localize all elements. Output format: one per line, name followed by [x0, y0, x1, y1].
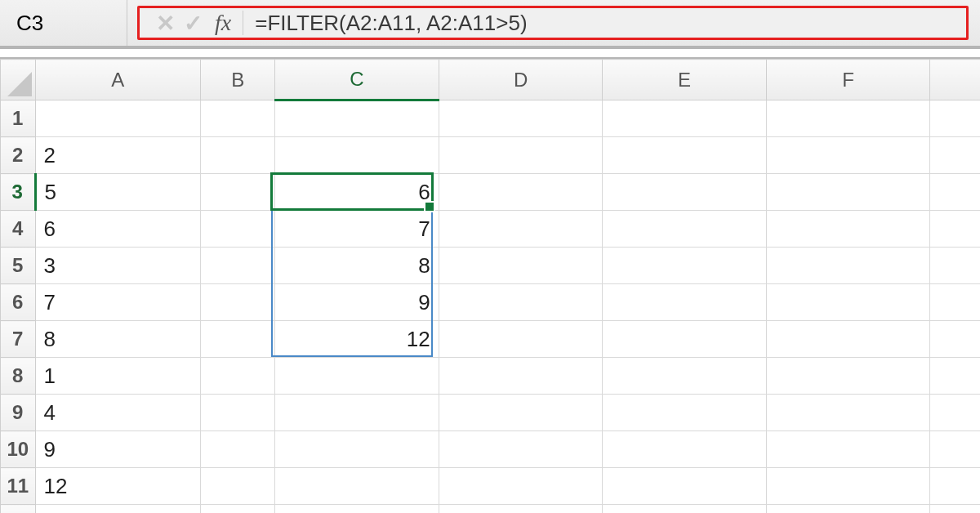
- cell-D3[interactable]: [439, 174, 603, 211]
- row-header-6[interactable]: 6: [1, 284, 36, 321]
- col-header-B[interactable]: B: [201, 60, 275, 100]
- cell-C1[interactable]: [275, 100, 439, 137]
- cell-D2[interactable]: [439, 137, 603, 174]
- cell-F3[interactable]: [766, 174, 930, 211]
- cell-E2[interactable]: [603, 137, 767, 174]
- cell-G4[interactable]: [930, 211, 980, 248]
- row-header-12[interactable]: [1, 505, 36, 514]
- cell-B4[interactable]: [201, 211, 275, 248]
- row-header-4[interactable]: 4: [1, 211, 36, 248]
- row-header-10[interactable]: 10: [1, 431, 36, 468]
- cell-F5[interactable]: [766, 248, 930, 284]
- cell-E6[interactable]: [603, 284, 767, 321]
- cell-E1[interactable]: [603, 100, 767, 137]
- cell-D10[interactable]: [439, 431, 603, 468]
- cell-C10[interactable]: [275, 431, 439, 468]
- cell-E4[interactable]: [603, 211, 767, 248]
- col-header-C[interactable]: C: [275, 60, 439, 100]
- cell-B1[interactable]: [201, 100, 275, 137]
- cell-E7[interactable]: [603, 321, 767, 358]
- cell-A7[interactable]: 8: [35, 321, 201, 358]
- cell-D11[interactable]: [439, 468, 603, 505]
- cell-A11[interactable]: 12: [35, 468, 201, 505]
- col-header-F[interactable]: F: [766, 60, 930, 100]
- cell-G1[interactable]: [930, 100, 980, 137]
- cell-A2[interactable]: 2: [35, 137, 201, 174]
- cell-D8[interactable]: [439, 358, 603, 395]
- cell-B5[interactable]: [201, 248, 275, 284]
- col-header-E[interactable]: E: [603, 60, 767, 100]
- col-header-D[interactable]: D: [439, 60, 603, 100]
- row-header-8[interactable]: 8: [1, 358, 36, 395]
- cell-F9[interactable]: [766, 395, 930, 431]
- row-header-9[interactable]: 9: [1, 395, 36, 431]
- cell-C8[interactable]: [275, 358, 439, 395]
- cell-C2[interactable]: [275, 137, 439, 174]
- cell-B11[interactable]: [201, 468, 275, 505]
- row-header-3[interactable]: 3: [1, 174, 36, 211]
- cell-C11[interactable]: [275, 468, 439, 505]
- cell-A4[interactable]: 6: [35, 211, 201, 248]
- row-header-7[interactable]: 7: [1, 321, 36, 358]
- cell-B3[interactable]: [201, 174, 275, 211]
- cell-F10[interactable]: [766, 431, 930, 468]
- row-header-11[interactable]: 11: [1, 468, 36, 505]
- cell-D7[interactable]: [439, 321, 603, 358]
- cell-A1[interactable]: Sales: [35, 100, 201, 137]
- cell-A12[interactable]: [35, 505, 201, 514]
- cell-G5[interactable]: [930, 248, 980, 284]
- cell-A8[interactable]: 1: [35, 358, 201, 395]
- cell-G7[interactable]: [930, 321, 980, 358]
- cell-G2[interactable]: [930, 137, 980, 174]
- cancel-icon[interactable]: ✕: [151, 10, 179, 37]
- cell-E5[interactable]: [603, 248, 767, 284]
- cell-G10[interactable]: [930, 431, 980, 468]
- cell-D6[interactable]: [439, 284, 603, 321]
- cell-B8[interactable]: [201, 358, 275, 395]
- accept-icon[interactable]: ✓: [179, 10, 207, 37]
- cell-B9[interactable]: [201, 395, 275, 431]
- cell-E11[interactable]: [603, 468, 767, 505]
- cell-G9[interactable]: [930, 395, 980, 431]
- cell-D12[interactable]: [439, 505, 603, 514]
- col-header-A[interactable]: A: [35, 60, 201, 100]
- cell-C5[interactable]: 8: [275, 248, 439, 284]
- cell-D9[interactable]: [439, 395, 603, 431]
- cell-D4[interactable]: [439, 211, 603, 248]
- cell-C12[interactable]: [275, 505, 439, 514]
- cell-G3[interactable]: [930, 174, 980, 211]
- cell-F6[interactable]: [766, 284, 930, 321]
- cell-B12[interactable]: [201, 505, 275, 514]
- cell-D5[interactable]: [439, 248, 603, 284]
- cell-B10[interactable]: [201, 431, 275, 468]
- cell-F12[interactable]: [766, 505, 930, 514]
- cell-A10[interactable]: 9: [35, 431, 201, 468]
- cell-C7[interactable]: 12: [275, 321, 439, 358]
- cell-F1[interactable]: [766, 100, 930, 137]
- cell-E10[interactable]: [603, 431, 767, 468]
- cell-E9[interactable]: [603, 395, 767, 431]
- cell-E3[interactable]: [603, 174, 767, 211]
- row-header-1[interactable]: 1: [1, 100, 36, 137]
- cell-E8[interactable]: [603, 358, 767, 395]
- col-header-G[interactable]: G: [930, 60, 980, 100]
- cell-F7[interactable]: [766, 321, 930, 358]
- cell-D1[interactable]: [439, 100, 603, 137]
- cell-F4[interactable]: [766, 211, 930, 248]
- cell-F2[interactable]: [766, 137, 930, 174]
- cell-C9[interactable]: [275, 395, 439, 431]
- cell-G12[interactable]: [930, 505, 980, 514]
- cell-C4[interactable]: 7: [275, 211, 439, 248]
- cell-C3[interactable]: 6: [275, 174, 439, 211]
- cell-B6[interactable]: [201, 284, 275, 321]
- row-header-5[interactable]: 5: [1, 248, 36, 284]
- cell-E12[interactable]: [603, 505, 767, 514]
- row-header-2[interactable]: 2: [1, 137, 36, 174]
- formula-input[interactable]: [253, 10, 955, 37]
- cell-G8[interactable]: [930, 358, 980, 395]
- cell-A9[interactable]: 4: [35, 395, 201, 431]
- cell-A3[interactable]: 5: [35, 174, 201, 211]
- cell-G6[interactable]: [930, 284, 980, 321]
- cell-B2[interactable]: [201, 137, 275, 174]
- cell-B7[interactable]: [201, 321, 275, 358]
